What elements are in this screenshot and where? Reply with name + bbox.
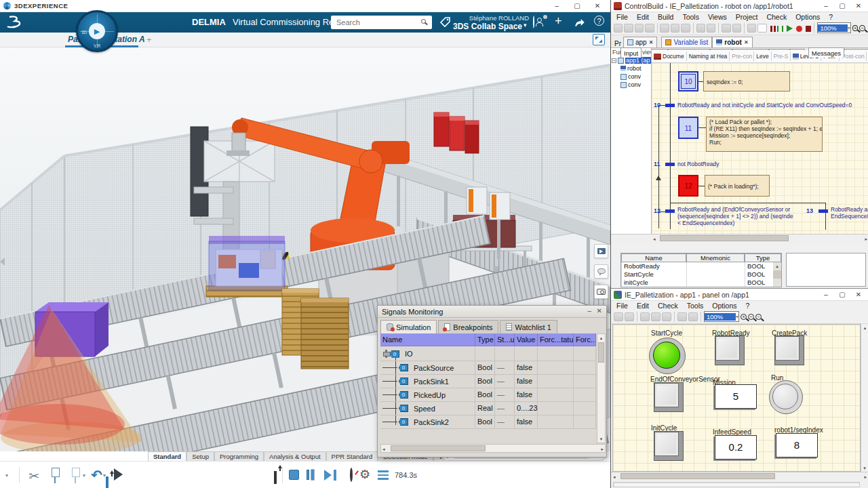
scroll-thumb[interactable] — [773, 270, 781, 279]
cut-icon[interactable]: ✂ — [28, 468, 39, 484]
copy-icon[interactable] — [671, 24, 679, 33]
stop-button[interactable] — [806, 26, 812, 32]
tab-robot[interactable]: robot✕ — [712, 37, 752, 47]
scroll-up-icon[interactable]: ▴ — [861, 324, 868, 331]
sfc-action-10[interactable]: seqIndex := 0; — [703, 71, 790, 92]
record-button[interactable] — [796, 26, 802, 32]
pause-simulation-button[interactable] — [307, 470, 309, 480]
col-type[interactable]: Type — [475, 333, 495, 346]
compass-3d-label[interactable]: 3D — [81, 30, 87, 35]
zoom-combobox[interactable]: 100%▾ — [704, 311, 739, 322]
level-button[interactable]: Leve — [754, 52, 771, 61]
step-simulation-button[interactable] — [324, 470, 332, 481]
menu-check[interactable]: Check — [658, 302, 678, 310]
close-button[interactable]: ✕ — [850, 289, 867, 300]
maximize-button[interactable]: ▢ — [834, 0, 850, 12]
transition-12-bar[interactable] — [665, 209, 675, 213]
tab-setup[interactable]: Setup — [186, 451, 214, 461]
pause-button[interactable] — [770, 26, 772, 32]
check-icon[interactable] — [747, 24, 756, 33]
horizontal-scrollbar[interactable]: ◂ ▸ — [380, 444, 606, 453]
publish-play-icon[interactable] — [114, 468, 123, 481]
undo-icon[interactable]: ↶ — [91, 467, 102, 483]
minimize-icon[interactable]: – — [587, 307, 591, 314]
sfc-step-11[interactable]: 11 — [678, 117, 698, 139]
hmi-canvas[interactable]: StartCycle RobotReady CreatePack EndOfCo… — [612, 324, 861, 472]
variable-row[interactable]: StartCycle BOOL — [621, 270, 781, 279]
collab-space-selector[interactable]: 3DS Collab Space — [442, 22, 522, 31]
cut-icon[interactable] — [640, 312, 650, 321]
menu-file[interactable]: File — [616, 13, 628, 21]
3d-compass[interactable]: ▶ 3D V.R — [76, 10, 118, 52]
tree-scrollbar[interactable] — [611, 234, 652, 243]
menu-help[interactable]: ? — [829, 13, 833, 21]
publish-tray-icon[interactable] — [106, 476, 108, 488]
horizontal-scrollbar[interactable]: ◂ ▸ — [611, 472, 868, 481]
document-button[interactable]: Docume — [652, 52, 687, 61]
scroll-down-icon[interactable]: ▾ — [861, 464, 868, 472]
zoom-combobox[interactable]: 100%▾ — [817, 22, 850, 33]
paste-icon[interactable] — [75, 470, 76, 483]
col-name[interactable]: Name — [380, 333, 475, 346]
event-list-icon[interactable] — [378, 470, 389, 480]
zoom-in-icon[interactable]: + — [852, 25, 859, 31]
tree-item-conv2[interactable]: conv — [611, 81, 651, 89]
menu-help[interactable]: ? — [745, 302, 749, 310]
scroll-thumb[interactable] — [391, 445, 486, 451]
export-icon[interactable] — [274, 471, 277, 484]
variable-row[interactable]: RobotReady BOOL ▴ — [621, 262, 781, 270]
scroll-right-icon[interactable]: ▸ — [865, 235, 867, 243]
tab-breakpoints[interactable]: Breakpoints — [438, 320, 498, 333]
signal-row[interactable]: 0Speed Real — 0....23 — [380, 402, 596, 415]
menu-options[interactable]: Options — [795, 13, 820, 21]
signal-row[interactable]: 0PackSink1 Bool — false — [380, 375, 596, 388]
undo-icon[interactable] — [696, 24, 705, 33]
new-tab-button[interactable]: + — [146, 35, 152, 45]
tab-programming[interactable]: Programming — [214, 451, 264, 461]
save-icon[interactable] — [635, 24, 644, 33]
chevron-down-icon[interactable]: ▾ — [524, 22, 527, 28]
transition-11-bar[interactable] — [665, 163, 675, 166]
close-icon[interactable]: ✕ — [597, 307, 602, 314]
scroll-right-icon[interactable]: ▸ — [601, 445, 604, 453]
speed-gauge-icon[interactable] — [350, 468, 353, 482]
expander-knob-icon[interactable] — [385, 350, 387, 358]
tab-messages[interactable]: Messages — [808, 47, 844, 58]
compass-vr-label[interactable]: V.R — [94, 43, 100, 48]
menu-file[interactable]: File — [616, 302, 628, 310]
minimize-button[interactable]: – — [818, 289, 834, 300]
col-value[interactable]: Value — [515, 333, 538, 346]
menu-edit[interactable]: Edit — [637, 13, 649, 21]
scroll-up-icon[interactable]: ▴ — [597, 334, 605, 342]
scroll-thumb[interactable] — [598, 342, 604, 363]
col-force-value[interactable]: Forc...alue — [574, 333, 596, 346]
user-name[interactable]: Stéphane ROLLAND — [456, 14, 529, 22]
transition-11-condition[interactable]: not RobotReady — [677, 161, 719, 167]
zoom-in-icon[interactable]: + — [741, 314, 747, 320]
sfc-step-10[interactable]: 10 — [678, 71, 698, 92]
minimize-button[interactable]: – — [547, 0, 567, 12]
col-name[interactable]: Name — [621, 253, 686, 262]
menu-tools[interactable]: Tools — [687, 302, 704, 310]
vertical-scrollbar[interactable]: ▴ ▾ — [861, 324, 868, 472]
signal-row[interactable]: 0PackSink2 Bool — false — [380, 415, 596, 429]
scroll-thumb[interactable] — [620, 473, 775, 479]
undo-icon[interactable] — [677, 312, 687, 321]
transition-10-condition[interactable]: RobotReady and not initCycle and StartCy… — [677, 102, 867, 108]
search-input[interactable] — [335, 16, 416, 28]
tab-watchlist[interactable]: Watchlist 1 — [500, 320, 557, 333]
tab-standard[interactable]: Standard — [148, 451, 186, 461]
paste-icon[interactable] — [662, 312, 671, 321]
copy-icon[interactable] — [651, 312, 660, 321]
settings-gear-icon[interactable]: ⚙ — [359, 467, 370, 482]
scroll-left-icon[interactable]: ◂ — [382, 445, 385, 453]
zoom-out-icon[interactable]: − — [748, 314, 754, 320]
tab-simulation[interactable]: Simulation — [380, 320, 437, 333]
restore-layout-button[interactable] — [593, 34, 605, 45]
add-button[interactable]: + — [555, 14, 562, 28]
transition-12-id[interactable]: 12 — [654, 207, 660, 214]
print-icon[interactable] — [645, 24, 654, 33]
zoom-fit-icon[interactable]: ▫ — [755, 314, 762, 320]
share-icon[interactable] — [574, 16, 586, 28]
minimize-button[interactable]: – — [818, 0, 834, 12]
